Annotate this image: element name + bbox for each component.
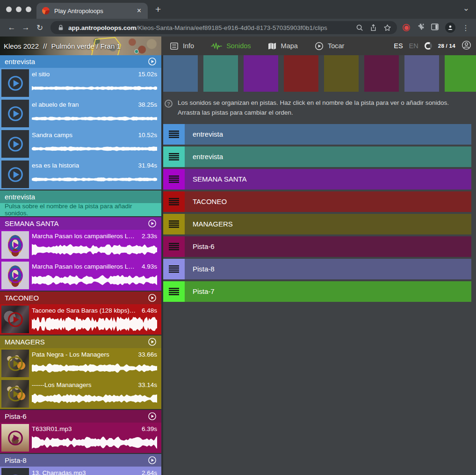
clip-item[interactable]: el sitio 15.02s (0, 68, 161, 98)
play-clip-icon[interactable] (7, 311, 24, 329)
clip-item[interactable]: 13. Charradas.mp3 2.64s (0, 467, 161, 475)
bookmark-star-icon[interactable] (383, 24, 391, 32)
track-color-swatch[interactable] (163, 55, 198, 92)
track-row[interactable]: entrevista (163, 124, 471, 145)
clip-item[interactable]: Marcha Pasan los campanilleros Las Mejor… (0, 230, 161, 260)
play-clip-icon[interactable] (7, 74, 24, 92)
browser-tab[interactable]: Play Antropoloops × (36, 3, 148, 19)
nav-tocar[interactable]: Tocar (315, 42, 344, 51)
nav-info[interactable]: Info (170, 42, 194, 51)
play-track-icon[interactable] (148, 219, 157, 228)
clip-item[interactable]: Sandra camps 10.52s (0, 129, 161, 159)
track-row[interactable]: TACONEO (163, 191, 471, 212)
drag-handle[interactable] (163, 146, 185, 167)
track-color-swatch[interactable] (324, 55, 359, 92)
play-clip-icon[interactable] (7, 473, 24, 475)
window-zoom-button[interactable] (26, 7, 31, 12)
tab-search-chevron-icon[interactable]: ⌄ (463, 3, 469, 13)
track-row[interactable]: Pista-8 (163, 259, 471, 279)
window-close-button[interactable] (6, 7, 12, 12)
breadcrumb-project[interactable]: Kleos 2022 (4, 42, 39, 50)
track-row[interactable]: Pista-6 (163, 236, 471, 257)
tab-close-icon[interactable]: × (136, 7, 142, 15)
reload-icon[interactable]: ↻ (33, 23, 47, 33)
clip-item[interactable]: Taconeo de Sara Baras (128 kbps).mp3 6.4… (0, 304, 161, 335)
play-clip-icon[interactable] (7, 429, 24, 447)
track-color-swatch[interactable] (284, 55, 318, 92)
play-clip-icon[interactable] (7, 135, 24, 153)
browser-menu-kebab-icon[interactable]: ⋮ (462, 23, 469, 32)
track-header[interactable]: TACONEO (0, 292, 161, 304)
track-row[interactable]: entrevista (163, 146, 471, 167)
play-clip-icon[interactable] (7, 166, 24, 183)
track-color-swatch[interactable] (404, 55, 439, 92)
drag-handle[interactable] (163, 281, 185, 302)
track-row[interactable]: SEMANA SANTA (163, 169, 471, 190)
clip-waveform[interactable] (32, 79, 157, 97)
play-clip-icon[interactable] (7, 105, 24, 123)
play-clip-icon[interactable] (7, 267, 24, 285)
clip-item[interactable]: Marcha Pasan los campanilleros Las Mejor… (0, 260, 161, 291)
profile-avatar[interactable] (445, 22, 455, 33)
clip-waveform[interactable] (32, 271, 157, 289)
track-header[interactable]: Pista-8 (0, 454, 161, 467)
track-row[interactable]: MANAGERS (163, 214, 471, 234)
account-icon[interactable] (462, 40, 471, 52)
play-track-icon[interactable] (148, 57, 157, 66)
drag-handle[interactable] (163, 169, 185, 190)
play-track-icon[interactable] (148, 412, 157, 421)
track-color-swatch[interactable] (364, 55, 399, 92)
track-header[interactable]: MANAGERS (0, 336, 161, 348)
zoom-page-icon[interactable] (356, 24, 363, 31)
nav-sonidos[interactable]: Sonidos (211, 42, 251, 50)
lang-en-button[interactable]: EN (409, 42, 418, 50)
back-icon[interactable]: ← (5, 23, 19, 32)
extensions-puzzle-icon[interactable] (417, 23, 425, 33)
lang-es-button[interactable]: ES (394, 42, 403, 50)
side-panel-icon[interactable] (431, 23, 439, 32)
clip-waveform[interactable] (32, 241, 157, 259)
track-row[interactable]: Pista-7 (163, 281, 471, 302)
drag-handle[interactable] (163, 259, 185, 279)
play-clip-icon[interactable] (7, 385, 24, 403)
clip-item[interactable]: ------Los Mananagers 33.14s (0, 379, 161, 409)
clip-item[interactable]: esa es la historia 31.94s (0, 159, 161, 190)
play-track-icon[interactable] (148, 456, 157, 465)
track-color-swatch[interactable] (445, 55, 476, 92)
clip-waveform[interactable] (32, 140, 157, 158)
drag-handle[interactable] (163, 191, 185, 212)
drag-handle[interactable] (163, 236, 185, 257)
clip-item[interactable]: el abuelo de fran 38.25s (0, 98, 161, 129)
track-header[interactable]: entrevista (0, 55, 161, 68)
track-header[interactable]: Pista-6 (0, 410, 161, 423)
clip-item[interactable]: T633R01.mp3 6.39s (0, 423, 161, 453)
clip-waveform[interactable] (32, 359, 157, 377)
track-color-swatch[interactable] (203, 55, 238, 92)
forward-icon[interactable]: → (19, 23, 33, 32)
address-bar[interactable]: app.antropoloops.com/Kleos-Santa-Marina/… (50, 21, 397, 34)
drag-handle[interactable] (163, 124, 185, 145)
breadcrumb-scene[interactable]: Pulmón verde / Fran 1 (51, 42, 120, 50)
drag-handle[interactable] (163, 214, 185, 234)
clip-waveform[interactable] (32, 390, 157, 408)
nav-mapa[interactable]: Mapa (268, 42, 298, 50)
track-color-swatch[interactable] (244, 55, 278, 92)
track-header[interactable]: SEMANA SANTA (0, 217, 161, 230)
clip-waveform[interactable] (32, 434, 157, 452)
track-header[interactable]: entrevista (0, 190, 161, 203)
play-track-icon[interactable] (148, 293, 157, 302)
play-track-icon[interactable] (148, 337, 157, 346)
clip-waveform[interactable] (32, 315, 157, 333)
window-minimize-button[interactable] (16, 7, 22, 12)
clip-item[interactable]: Pata Negra - Los Managers 33.66s (0, 348, 161, 379)
play-clip-icon[interactable] (7, 236, 24, 254)
play-clip-icon[interactable] (7, 355, 24, 373)
browser-titlebar: Play Antropoloops × + ⌄ (0, 0, 476, 19)
drag-handle-icon (169, 198, 179, 205)
record-icon[interactable] (403, 24, 410, 31)
clip-waveform[interactable] (32, 110, 157, 127)
new-tab-button[interactable]: + (155, 4, 161, 14)
share-icon[interactable] (370, 24, 377, 32)
clip-waveform[interactable] (32, 170, 157, 188)
project-breadcrumb-banner[interactable]: Kleos 2022 // Pulmón verde / Fran 1 (0, 37, 161, 55)
